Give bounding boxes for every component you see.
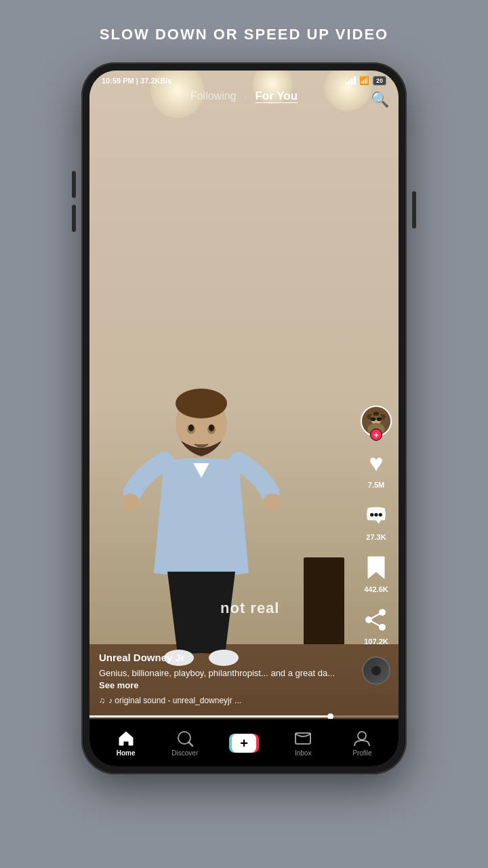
- status-time: 10:59 PM | 37.2KB/s: [102, 77, 171, 85]
- volume-up-button[interactable]: [72, 171, 76, 198]
- status-bar: 10:59 PM | 37.2KB/s 📶 20: [89, 71, 399, 88]
- overlay-text: not real: [220, 599, 279, 617]
- video-person: [123, 383, 279, 668]
- progress-bar[interactable]: [89, 715, 399, 717]
- bookmark-icon: [365, 555, 387, 580]
- nav-profile-label: Profile: [352, 749, 371, 757]
- svg-line-32: [189, 743, 192, 746]
- nav-discover-label: Discover: [171, 749, 198, 757]
- nav-discover[interactable]: Discover: [155, 730, 214, 757]
- svg-point-25: [379, 513, 382, 516]
- comment-button[interactable]: 27.3K: [361, 500, 392, 541]
- right-actions: + ♥ 7.5M: [361, 406, 392, 685]
- profile-icon: [353, 730, 371, 747]
- comment-icon: [364, 503, 388, 528]
- following-tab[interactable]: Following: [190, 90, 237, 102]
- music-note-icon: ♫: [99, 696, 105, 705]
- video-info: Unreal Downey Jr Genius, billionaire, pl…: [99, 652, 351, 705]
- wifi-icon: 📶: [359, 76, 369, 85]
- progress-fill: [89, 715, 331, 717]
- svg-rect-15: [367, 414, 385, 419]
- creator-username[interactable]: Unreal Downey Jr: [99, 652, 351, 663]
- comment-count: 27.3K: [366, 533, 386, 541]
- follow-button[interactable]: +: [370, 429, 382, 441]
- share-button[interactable]: 107.2K: [361, 604, 392, 646]
- volume-down-button[interactable]: [72, 205, 76, 232]
- music-disc[interactable]: [362, 656, 390, 685]
- discover-icon: [176, 730, 194, 747]
- signal-icon: [346, 77, 356, 85]
- power-button[interactable]: [412, 191, 416, 229]
- svg-line-30: [369, 620, 382, 627]
- svg-rect-17: [377, 418, 382, 421]
- battery-icon: 20: [373, 76, 386, 85]
- plus-icon: +: [240, 736, 248, 750]
- phone-screen: 10:59 PM | 37.2KB/s 📶 20 Following · For…: [89, 71, 399, 766]
- home-icon: [117, 730, 135, 747]
- inbox-icon: [294, 730, 312, 747]
- see-more-button[interactable]: See more: [99, 680, 139, 690]
- svg-point-9: [188, 425, 194, 431]
- svg-point-24: [374, 513, 378, 516]
- creator-avatar[interactable]: +: [361, 406, 392, 437]
- nav-inbox-label: Inbox: [295, 749, 311, 757]
- svg-line-29: [369, 612, 382, 620]
- nav-separator: ·: [245, 91, 247, 102]
- nav-profile[interactable]: Profile: [333, 730, 392, 757]
- like-count: 7.5M: [368, 481, 384, 489]
- video-description: Genius, billionaire, playboy, philanthro…: [99, 667, 351, 692]
- nav-inbox[interactable]: Inbox: [274, 730, 333, 757]
- nav-create[interactable]: +: [214, 733, 273, 753]
- search-icon[interactable]: 🔍: [371, 91, 389, 108]
- heart-icon: ♥: [369, 449, 383, 477]
- page-title: SLOW DOWN OR SPEED UP VIDEO: [100, 26, 388, 43]
- status-icons: 📶 20: [346, 76, 386, 85]
- svg-point-10: [209, 425, 214, 431]
- nav-home-label: Home: [117, 749, 136, 757]
- phone-shell: 10:59 PM | 37.2KB/s 📶 20 Following · For…: [81, 62, 407, 774]
- bookmark-count: 442.6K: [364, 585, 388, 593]
- svg-point-1: [176, 389, 227, 418]
- sound-info[interactable]: ♫ ♪ original sound - unreal_downeyjr ...: [99, 696, 351, 705]
- foryou-tab[interactable]: For You: [255, 90, 298, 103]
- like-button[interactable]: ♥ 7.5M: [361, 448, 392, 489]
- doorway: [304, 557, 344, 646]
- svg-point-23: [370, 513, 373, 516]
- bookmark-button[interactable]: 442.6K: [361, 552, 392, 593]
- svg-rect-16: [371, 418, 375, 421]
- nav-home[interactable]: Home: [96, 730, 155, 757]
- bottom-nav: Home Discover +: [89, 719, 399, 766]
- svg-point-34: [358, 732, 366, 740]
- top-nav: Following · For You 🔍: [89, 90, 399, 103]
- share-icon: [365, 608, 388, 631]
- create-button[interactable]: +: [229, 733, 259, 753]
- share-count: 107.2K: [364, 637, 388, 646]
